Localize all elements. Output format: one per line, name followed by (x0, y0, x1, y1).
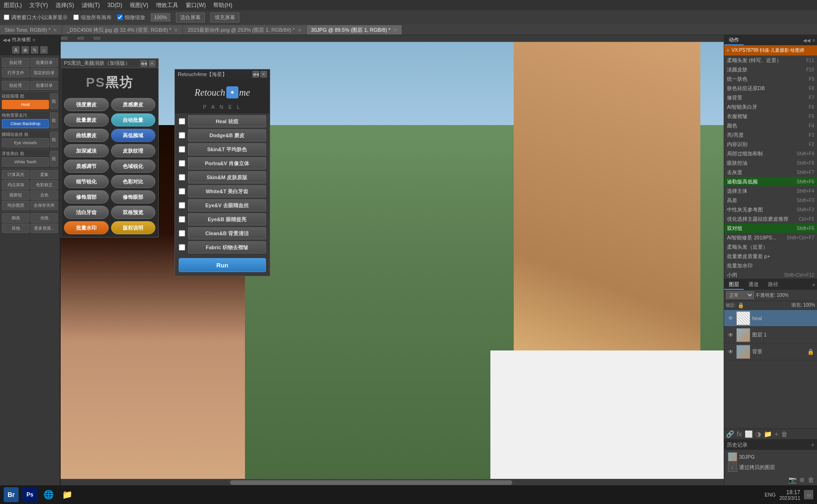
action-item-3[interactable]: 统一肤色 F9 (724, 74, 817, 84)
retouch-check-3[interactable] (179, 160, 185, 167)
tool-a[interactable]: A (12, 46, 20, 54)
action-item-19[interactable]: 双对组 Shift+F5 (724, 224, 817, 233)
eye-btn[interactable]: Eye Vessels (2, 138, 49, 147)
action-item-13[interactable]: 去灰度 Shift+F7 (724, 168, 817, 177)
layer-heal[interactable]: 👁 heal (724, 310, 817, 327)
menu-item-text[interactable]: 文字(Y) (29, 1, 48, 9)
other-btn[interactable]: 其他 (2, 224, 29, 233)
btn-copyright[interactable]: 版权说明 (111, 221, 156, 234)
btn-detail-sharpen[interactable]: 细节锐化 (64, 175, 109, 188)
retouch-check-6[interactable] (179, 202, 185, 209)
photoshop-icon[interactable]: Ps (22, 487, 37, 502)
btn-auto-batch[interactable]: 自动批量 (111, 113, 156, 126)
specify-dir-btn[interactable]: 指定的目录 (30, 68, 58, 77)
close-icon[interactable]: ✕ (393, 28, 397, 33)
scrollbar-horizontal[interactable] (19, 479, 724, 485)
btn-strong-smooth[interactable]: 强度磨皮 (64, 98, 109, 111)
adjustment-icon[interactable]: ◑ (755, 430, 761, 438)
teeth-batch-btn[interactable]: 批 (50, 151, 58, 167)
sync-btn[interactable]: 同步图层 (2, 201, 29, 210)
action-item-10[interactable]: 内容识别 F2 (724, 140, 817, 149)
btn-eye-retouch[interactable]: 修饰眼部 (111, 190, 156, 203)
add-layer-icon[interactable]: + (775, 430, 778, 438)
action-item-2[interactable]: 淡颜皮肤 F10 (724, 65, 817, 74)
retouch-close-btn[interactable]: ✕ (260, 71, 267, 77)
folder-icon[interactable]: 📁 (764, 430, 772, 438)
chrome-icon[interactable]: 🌐 (41, 487, 56, 502)
eye-icon-1[interactable]: 👁 (727, 331, 734, 339)
tab-skintone[interactable]: Skin Tone, RGB/8) * ✕ (0, 25, 62, 35)
fit-screen-button[interactable]: 适合屏幕 (176, 13, 205, 22)
action-item-16[interactable]: 高差 Shift+F3 (724, 196, 817, 205)
action-item-24[interactable]: 小闭 Shift+Ctrl+F12 (724, 270, 817, 279)
action-item-6[interactable]: AI智能美白牙 F6 (724, 102, 817, 112)
collapse-icon[interactable]: ◀◀ (3, 37, 10, 42)
ps-panel-close-btn[interactable]: ✕ (149, 60, 155, 67)
tab-layers[interactable]: 图层 (724, 280, 744, 290)
menu-item-plugins[interactable]: 增效工具 (156, 1, 178, 9)
fine-zoom-checkbox[interactable]: 细微缩放 (117, 14, 145, 21)
collapse-left-icon[interactable]: ◀◀ (803, 38, 810, 43)
retouch-cleanb-btn[interactable]: Clean&B 背景清洁 (188, 227, 266, 239)
action-item-7[interactable]: 衣服褶皱 F5 (724, 112, 817, 121)
fx-icon[interactable]: fx (737, 430, 742, 438)
retouch-check-9[interactable] (179, 244, 185, 251)
menu-item-help[interactable]: 帮助(H) (213, 1, 232, 9)
clean-batch-btn[interactable]: 批 (50, 112, 58, 128)
lock-icon[interactable]: 🔒 (738, 302, 744, 308)
layer-1[interactable]: 👁 图层 1 (724, 327, 817, 343)
action-item-11[interactable]: 局部过细加和制 Shift+F9 (724, 149, 817, 158)
tab-actions[interactable]: 动作 (724, 35, 744, 45)
tab-2023[interactable]: 2023最新动作.png @ 253% (图层 1, RGB/8#) * ✕ (183, 25, 306, 35)
scrollbar-thumb-h[interactable] (230, 480, 512, 485)
btn-eyebrow[interactable]: 修饰眉部 (64, 190, 109, 203)
tab-30jpg[interactable]: 30JPG @ 89.5% (图层 1, RGB/8) * ✕ (307, 25, 402, 35)
action-item-4[interactable]: 肤色祛痘还原DB F8 (724, 84, 817, 93)
open-file-btn[interactable]: 打开文件 (2, 68, 29, 77)
retouch-check-2[interactable] (179, 146, 185, 153)
panel-menu-actions-icon[interactable]: ≡ (812, 38, 815, 43)
soft-btn[interactable]: 柔集 (30, 170, 58, 179)
delete-layer-icon[interactable]: 🗑 (781, 430, 788, 438)
layer-background[interactable]: 👁 背景 🔒 (724, 343, 817, 360)
retouch-eyev-btn[interactable]: Eye&V 去眼睛血丝 (188, 199, 266, 211)
menu-item-select[interactable]: 选择(S) (56, 1, 74, 9)
btn-batch-watermark[interactable]: 批量水印 (64, 221, 109, 234)
batch-list-btn[interactable]: 批量目录 (30, 81, 58, 90)
menu-item-layer[interactable]: 图层(L) (4, 1, 22, 9)
action-item-17[interactable]: 中性灰无参考图 Shift+F2 (724, 205, 817, 214)
resize-window-checkbox[interactable]: 调整窗口大小以满屏显示 (4, 14, 68, 21)
btn-curve-smooth[interactable]: 曲线磨皮 (64, 129, 109, 142)
history-item-0[interactable]: 30JPG (726, 452, 815, 462)
menu-item-view[interactable]: 视图(V) (130, 1, 148, 9)
tab-dsc4506[interactable]: _DSC4506 拷贝.jpg @ 32.4% (背景, RGB/8) * ✕ (62, 25, 183, 35)
retouch-dodge-btn[interactable]: Dodge&B 磨皮 (188, 129, 266, 141)
desaturate-btn[interactable]: 去色 (30, 190, 58, 200)
retouch-check-8[interactable] (179, 230, 185, 237)
btn-color-contrast[interactable]: 色彩对比 (111, 175, 156, 188)
action-item-8[interactable]: 颜色 F4 (724, 121, 817, 130)
btn-dual-preview[interactable]: 双格预览 (111, 206, 156, 219)
zoom-display[interactable]: 100% (151, 13, 170, 21)
bridge-icon[interactable]: Br (4, 487, 19, 502)
explorer-icon[interactable]: 📁 (60, 487, 75, 502)
history-new-icon[interactable]: ⊕ (799, 476, 805, 483)
batch-open-btn[interactable]: 批处理 (2, 58, 29, 67)
spot-add-btn[interactable]: 鸡点添加 (2, 180, 29, 189)
retouch-check-7[interactable] (179, 216, 185, 223)
retouch-run-button[interactable]: Run (179, 258, 266, 272)
tool-d[interactable]: ⌂ (40, 46, 48, 54)
action-item-1[interactable]: 柔顺头发 (特写、近景） F11 (724, 56, 817, 65)
retouch-eyeb-btn[interactable]: Eye&B 眼睛提亮 (188, 213, 266, 225)
btn-high-low-freq[interactable]: 高低频域 (111, 129, 156, 142)
close-icon[interactable]: ✕ (174, 28, 178, 33)
action-item-22[interactable]: 批量磨皮质量差 p+ (724, 252, 817, 261)
history-item-1[interactable]: L 通过拷贝的图层 (726, 462, 815, 472)
retouch-heal-btn[interactable]: Heal 祛痘 (188, 115, 266, 127)
action-item-12[interactable]: 眼肤控油 Shift+F8 (724, 158, 817, 168)
retouch-check-0[interactable] (179, 118, 185, 125)
action-item-15[interactable]: 选择主体 Shift+F4 (724, 186, 817, 196)
eye-batch-btn[interactable]: 批 (50, 132, 58, 147)
action-item-14[interactable]: 迪勒版高低频 Shift+F6 (724, 177, 817, 186)
menu-item-3d[interactable]: 3D(D) (107, 2, 122, 8)
